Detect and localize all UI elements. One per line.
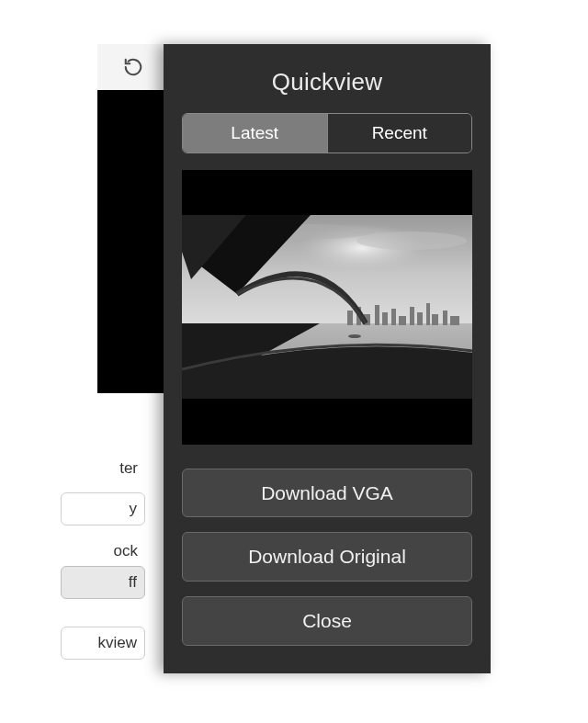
settings-empty-chip [61,393,145,426]
settings-label-ock: ock [61,542,145,560]
settings-chip-off[interactable]: ff [61,566,145,599]
svg-rect-12 [410,307,414,325]
tab-latest[interactable]: Latest [183,114,327,153]
quickview-panel: Quickview Latest Recent [164,44,491,673]
settings-chip-kview[interactable]: kview [61,627,145,660]
download-original-button[interactable]: Download Original [182,532,472,582]
svg-rect-10 [391,309,396,325]
svg-rect-13 [417,312,423,325]
quickview-tabs: Latest Recent [182,113,472,153]
svg-rect-11 [399,316,406,325]
app-stage: ter y ock ff kview Quickview Latest Rece… [97,44,491,673]
tab-recent[interactable]: Recent [327,114,472,153]
svg-point-18 [348,334,361,338]
svg-rect-14 [426,303,430,325]
svg-rect-17 [450,316,459,325]
quickview-title: Quickview [272,68,382,96]
quickview-image [182,215,472,399]
svg-rect-5 [347,311,353,325]
svg-rect-8 [375,305,379,325]
svg-rect-16 [443,311,447,325]
svg-point-2 [356,232,467,250]
settings-chip-y[interactable]: y [61,492,145,525]
refresh-icon [123,57,143,77]
close-button[interactable]: Close [182,596,472,646]
settings-panel-partial: ter y ock ff kview [97,393,164,678]
quickview-image-frame [182,170,472,445]
live-view-area [97,90,164,393]
refresh-button[interactable] [118,51,149,83]
settings-label-ter: ter [61,459,145,478]
svg-rect-9 [382,312,388,325]
svg-rect-15 [432,314,438,325]
download-vga-button[interactable]: Download VGA [182,469,472,518]
